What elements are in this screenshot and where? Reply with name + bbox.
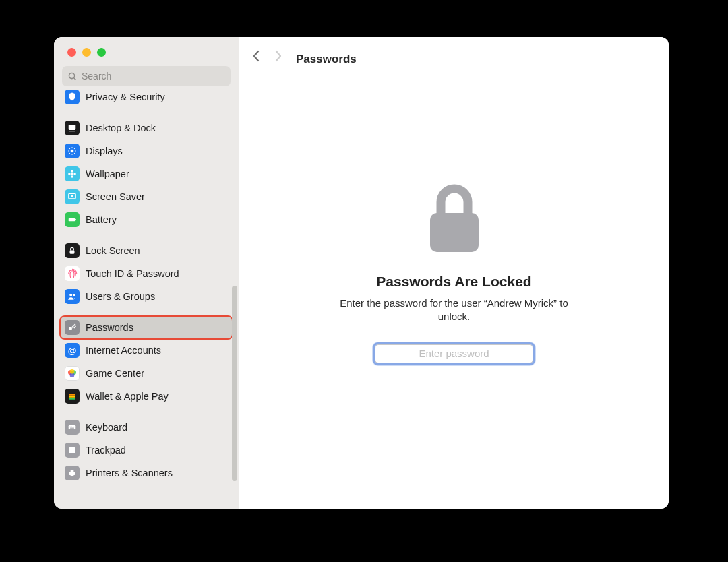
settings-window: Privacy & Security Desktop & Dock Displa…	[54, 37, 669, 509]
printer-icon	[65, 466, 80, 480]
sidebar-item-trackpad[interactable]: Trackpad	[61, 439, 232, 461]
svg-line-10	[74, 153, 75, 154]
sidebar-item-battery[interactable]: Battery	[61, 209, 232, 230]
window-controls	[54, 37, 239, 66]
sidebar-item-internet-accounts[interactable]: @ Internet Accounts	[61, 340, 232, 361]
svg-point-14	[71, 170, 73, 173]
svg-point-29	[70, 369, 75, 374]
sidebar-item-screen-saver[interactable]: Screen Saver	[61, 186, 232, 208]
lockscreen-icon	[65, 243, 80, 258]
fullscreen-window-button[interactable]	[97, 48, 106, 57]
sidebar-item-label: Printers & Scanners	[86, 468, 173, 478]
wallet-icon	[65, 389, 80, 404]
forward-button[interactable]	[274, 48, 286, 60]
trackpad-icon	[65, 443, 80, 458]
sidebar-item-printers[interactable]: Printers & Scanners	[61, 462, 232, 484]
sidebar-item-wallpaper[interactable]: Wallpaper	[61, 163, 232, 185]
search-input[interactable]	[82, 71, 225, 82]
search-icon	[67, 71, 78, 82]
svg-rect-31	[69, 396, 75, 397]
sidebar-item-label: Displays	[86, 146, 123, 156]
svg-rect-41	[71, 474, 74, 476]
sidebar-item-privacy-security[interactable]: Privacy & Security	[61, 90, 232, 108]
sidebar-item-displays[interactable]: Displays	[61, 140, 232, 162]
locked-content: Passwords Are Locked Enter the password …	[239, 77, 669, 509]
svg-rect-35	[71, 427, 72, 427]
fingerprint-icon	[65, 266, 80, 281]
svg-rect-30	[69, 394, 75, 396]
sidebar-item-desktop-dock[interactable]: Desktop & Dock	[61, 117, 232, 139]
gamecenter-icon	[65, 366, 80, 381]
sidebar-item-label: Screen Saver	[86, 191, 145, 202]
sidebar-item-label: Passwords	[86, 322, 133, 333]
sidebar-scroll[interactable]: Privacy & Security Desktop & Dock Displa…	[54, 90, 239, 509]
sidebar-item-label: Privacy & Security	[86, 92, 165, 102]
flower-icon	[65, 166, 80, 181]
sidebar-item-wallet[interactable]: Wallet & Apple Pay	[61, 385, 232, 407]
svg-point-24	[73, 294, 75, 296]
sidebar-item-keyboard[interactable]: Keyboard	[61, 416, 232, 438]
svg-rect-38	[69, 447, 75, 453]
svg-point-19	[71, 195, 73, 197]
svg-rect-40	[71, 470, 74, 472]
svg-point-15	[71, 175, 73, 178]
sidebar-item-label: Keyboard	[86, 422, 127, 433]
sidebar: Privacy & Security Desktop & Dock Displa…	[54, 37, 239, 509]
back-button[interactable]	[251, 48, 264, 60]
svg-rect-36	[73, 427, 73, 427]
sidebar-item-passwords[interactable]: Passwords	[61, 317, 232, 338]
svg-point-23	[69, 294, 72, 296]
sidebar-item-touch-id[interactable]: Touch ID & Password	[61, 263, 232, 284]
sun-icon	[65, 144, 80, 158]
sidebar-item-game-center[interactable]: Game Center	[61, 363, 232, 384]
locked-heading: Passwords Are Locked	[376, 274, 531, 290]
sidebar-item-label: Users & Groups	[86, 291, 155, 302]
users-icon	[65, 289, 80, 304]
sidebar-scrollbar[interactable]	[232, 286, 237, 481]
sidebar-item-label: Battery	[86, 214, 117, 225]
sidebar-item-label: Touch ID & Password	[86, 268, 179, 279]
svg-line-12	[74, 148, 75, 149]
svg-point-25	[69, 327, 72, 330]
sidebar-item-label: Wallpaper	[86, 168, 129, 179]
sidebar-item-label: Trackpad	[86, 445, 126, 456]
close-window-button[interactable]	[67, 48, 76, 57]
svg-point-0	[69, 73, 75, 78]
svg-rect-32	[69, 398, 75, 399]
svg-rect-2	[69, 125, 76, 130]
svg-point-16	[68, 173, 71, 175]
key-icon	[65, 320, 80, 335]
main-panel: Passwords Passwords Are Locked Enter the…	[239, 37, 669, 509]
svg-rect-37	[70, 428, 74, 429]
dock-icon	[65, 121, 80, 135]
sidebar-item-label: Internet Accounts	[86, 345, 161, 356]
sidebar-item-label: Wallet & Apple Pay	[86, 391, 169, 402]
svg-rect-22	[70, 250, 75, 253]
svg-point-17	[73, 173, 76, 175]
minimize-window-button[interactable]	[82, 48, 91, 57]
svg-line-9	[69, 148, 70, 149]
svg-rect-42	[430, 213, 479, 252]
sidebar-item-lock-screen[interactable]: Lock Screen	[61, 240, 232, 261]
search-field[interactable]	[62, 66, 231, 86]
keyboard-icon	[65, 420, 80, 435]
titlebar: Passwords	[239, 37, 669, 77]
svg-point-13	[71, 173, 73, 175]
hand-icon	[65, 90, 80, 104]
locked-subtext: Enter the password for the user “Andrew …	[340, 296, 569, 324]
page-title: Passwords	[296, 53, 357, 66]
sidebar-item-label: Desktop & Dock	[86, 123, 156, 133]
svg-rect-3	[69, 131, 75, 131]
svg-line-11	[69, 153, 70, 154]
svg-line-1	[74, 77, 76, 80]
sidebar-item-users-groups[interactable]: Users & Groups	[61, 286, 232, 307]
at-icon: @	[65, 343, 80, 358]
svg-point-4	[71, 150, 74, 153]
password-input[interactable]	[375, 344, 533, 363]
sidebar-item-label: Lock Screen	[86, 245, 140, 256]
svg-rect-20	[69, 218, 75, 222]
lock-icon	[421, 178, 488, 259]
screensaver-icon	[65, 189, 80, 204]
sidebar-item-label: Game Center	[86, 368, 144, 379]
svg-rect-34	[70, 427, 71, 427]
